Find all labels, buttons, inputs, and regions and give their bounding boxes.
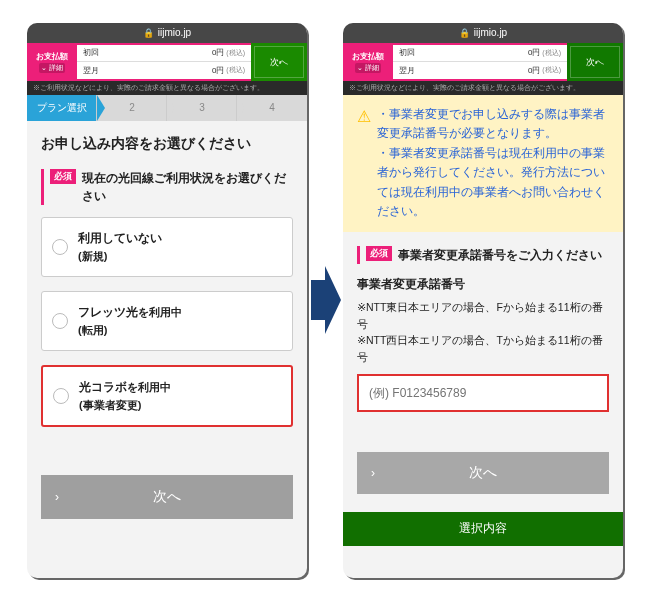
warning-icon: ⚠ — [357, 107, 371, 126]
chevron-right-icon: › — [595, 57, 619, 66]
step-1[interactable]: プラン選択 — [27, 95, 97, 121]
radio-icon — [52, 239, 68, 255]
next-button-main[interactable]: ›次へ — [357, 452, 609, 494]
payment-table: 初回0円(税込) 翌月0円(税込) — [393, 43, 567, 81]
url-bar: 🔒 iijmio.jp — [27, 23, 307, 43]
chevron-down-icon: ⌄ — [357, 64, 363, 72]
next-button-main[interactable]: ›次へ — [41, 475, 293, 519]
option-not-using[interactable]: 利用していない(新規) — [41, 217, 293, 277]
field-label: 事業者変更承諾番号をご入力ください — [398, 246, 602, 264]
input-sublabel: 事業者変更承諾番号 — [357, 276, 609, 293]
required-badge: 必須 — [366, 246, 392, 261]
help-text-west: ※NTT西日本エリアの場合、Tから始まる11桁の番号 — [357, 332, 609, 366]
chevron-right-icon: › — [55, 490, 59, 504]
payment-badge[interactable]: お支払額 ⌄詳細 — [343, 43, 393, 81]
disclaimer-text: ※ご利用状況などにより、実際のご請求金額と異なる場合がございます。 — [27, 81, 307, 95]
step-2: 2 — [97, 95, 167, 121]
chevron-right-icon: › — [279, 57, 303, 66]
consent-number-input-wrap — [357, 374, 609, 412]
chevron-down-icon: ⌄ — [41, 64, 47, 72]
next-button-top[interactable]: 次へ› — [251, 43, 307, 81]
radio-icon — [53, 388, 69, 404]
lock-icon: 🔒 — [459, 28, 470, 38]
url-bar: 🔒 iijmio.jp — [343, 23, 623, 43]
radio-icon — [52, 313, 68, 329]
screen-left: 🔒 iijmio.jp お支払額 ⌄詳細 初回0円(税込) 翌月0円(税込) 次… — [27, 23, 307, 578]
field-label: 現在の光回線ご利用状況をお選びください — [82, 169, 293, 205]
screen-right: 🔒 iijmio.jp お支払額 ⌄詳細 初回0円(税込) 翌月0円(税込) 次… — [343, 23, 623, 578]
consent-number-input[interactable] — [359, 376, 607, 410]
url-domain: iijmio.jp — [474, 27, 507, 38]
warning-notice: ⚠ 事業者変更でお申し込みする際は事業者変更承諾番号が必要となります。 事業者変… — [343, 95, 623, 232]
arrow-icon — [307, 260, 343, 340]
option-hikari-collab[interactable]: 光コラボを利用中(事業者変更) — [41, 365, 293, 427]
notice-item: 事業者変更でお申し込みする際は事業者変更承諾番号が必要となります。 — [377, 105, 609, 144]
required-badge: 必須 — [50, 169, 76, 184]
step-indicator: プラン選択 2 3 4 — [27, 95, 307, 121]
payment-summary-bar: お支払額 ⌄詳細 初回0円(税込) 翌月0円(税込) 次へ› — [27, 43, 307, 81]
disclaimer-text: ※ご利用状況などにより、実際のご請求金額と異なる場合がございます。 — [343, 81, 623, 95]
svg-marker-0 — [311, 266, 341, 334]
option-flets[interactable]: フレッツ光を利用中(転用) — [41, 291, 293, 351]
selection-summary-bar[interactable]: 選択内容 — [343, 512, 623, 546]
payment-table: 初回0円(税込) 翌月0円(税込) — [77, 43, 251, 81]
step-3: 3 — [167, 95, 237, 121]
lock-icon: 🔒 — [143, 28, 154, 38]
next-button-top[interactable]: 次へ› — [567, 43, 623, 81]
help-text-east: ※NTT東日本エリアの場合、Fから始まる11桁の番号 — [357, 299, 609, 333]
page-title: お申し込み内容をお選びください — [41, 135, 293, 153]
payment-badge[interactable]: お支払額 ⌄詳細 — [27, 43, 77, 81]
step-4: 4 — [237, 95, 307, 121]
url-domain: iijmio.jp — [158, 27, 191, 38]
chevron-right-icon: › — [371, 466, 375, 480]
payment-summary-bar: お支払額 ⌄詳細 初回0円(税込) 翌月0円(税込) 次へ› — [343, 43, 623, 81]
notice-item: 事業者変更承諾番号は現在利用中の事業者から発行してください。発行方法については現… — [377, 144, 609, 222]
